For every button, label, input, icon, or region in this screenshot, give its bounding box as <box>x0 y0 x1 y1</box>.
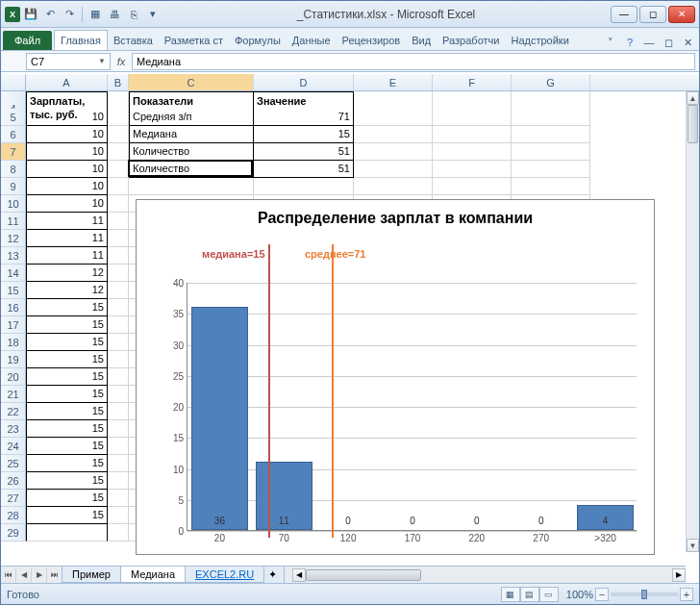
name-box-dropdown-icon[interactable]: ▼ <box>98 57 106 65</box>
qat-icon[interactable]: 🖶 <box>106 6 123 23</box>
view-pagebreak-button[interactable]: ▭ <box>539 587 559 602</box>
row-header[interactable]: 12 <box>1 230 26 247</box>
qat-icon[interactable]: ⎘ <box>125 6 142 23</box>
cell-F8[interactable] <box>433 161 512 178</box>
row-header[interactable]: 27 <box>1 490 26 507</box>
zoom-slider[interactable] <box>611 592 678 596</box>
cell-B20[interactable] <box>108 368 129 386</box>
cell-A9[interactable]: 10 <box>26 178 108 195</box>
window-minimize-icon[interactable]: — <box>641 35 657 50</box>
cell-C6[interactable]: Медиана <box>129 126 254 143</box>
cell-E5[interactable] <box>354 109 433 126</box>
cell-G6[interactable] <box>512 126 590 143</box>
zoom-out-button[interactable]: − <box>595 588 609 601</box>
tab-data[interactable]: Данные <box>287 31 337 50</box>
tab-view[interactable]: Вид <box>406 31 437 50</box>
help-icon[interactable]: ? <box>622 35 638 50</box>
close-button[interactable]: ✕ <box>668 6 695 23</box>
cell-B25[interactable] <box>108 455 129 472</box>
tab-formulas[interactable]: Формулы <box>229 31 287 50</box>
tab-developer[interactable]: Разработчи <box>437 31 505 50</box>
minimize-ribbon-icon[interactable]: ˅ <box>603 35 618 50</box>
select-all-corner[interactable] <box>1 74 26 90</box>
sheet-nav-first[interactable]: ⏮ <box>1 567 16 583</box>
horizontal-scrollbar[interactable]: ◀ ▶ <box>292 568 686 582</box>
tab-insert[interactable]: Вставка <box>108 31 159 50</box>
file-tab[interactable]: Файл <box>3 31 52 50</box>
sheet-tab-excel2ru[interactable]: EXCEL2.RU <box>185 567 264 583</box>
zoom-level[interactable]: 100% <box>566 589 593 600</box>
cell-B21[interactable] <box>108 386 129 403</box>
tab-home[interactable]: Главная <box>54 30 108 50</box>
row-header[interactable]: 9 <box>1 178 26 195</box>
col-header-a[interactable]: A <box>26 74 108 90</box>
zoom-in-button[interactable]: + <box>680 588 693 601</box>
cell-C9[interactable] <box>129 178 254 195</box>
cell-A21[interactable]: 15 <box>26 386 108 403</box>
maximize-button[interactable]: ◻ <box>639 6 666 23</box>
cell-B10[interactable] <box>108 195 129 213</box>
row-header[interactable]: 8 <box>1 161 26 178</box>
cell-B28[interactable] <box>108 507 129 524</box>
sheet-nav-last[interactable]: ⏭ <box>47 567 62 583</box>
cell-F7[interactable] <box>433 143 512 161</box>
cell-B13[interactable] <box>108 247 129 265</box>
row-header[interactable]: 15 <box>1 282 26 299</box>
scroll-right-button[interactable]: ▶ <box>672 568 686 582</box>
cell-G7[interactable] <box>512 143 590 161</box>
cell-E7[interactable] <box>354 143 433 161</box>
sheet-tab-mediana[interactable]: Медиана <box>120 567 186 583</box>
cell-C7[interactable]: Количество <box>129 143 254 161</box>
scroll-thumb-horizontal[interactable] <box>306 569 421 581</box>
cell-A23[interactable]: 15 <box>26 420 108 438</box>
cell-B27[interactable] <box>108 490 129 507</box>
cell-A25[interactable]: 15 <box>26 455 108 472</box>
cell-A12[interactable]: 11 <box>26 230 108 247</box>
cell-F5[interactable] <box>433 109 512 126</box>
cell-A10[interactable]: 10 <box>26 195 108 213</box>
cell-C5[interactable]: Средняя з/п <box>129 109 254 126</box>
cell-F9[interactable] <box>433 178 512 195</box>
window-restore-icon[interactable]: ◻ <box>661 35 676 50</box>
cell-B23[interactable] <box>108 420 129 438</box>
cell-A27[interactable]: 15 <box>26 490 108 507</box>
cell-A13[interactable]: 11 <box>26 247 108 265</box>
cell-B19[interactable] <box>108 351 129 368</box>
zoom-slider-thumb[interactable] <box>641 590 647 599</box>
cell-A5[interactable]: 10 <box>26 109 108 126</box>
cell-A28[interactable]: 15 <box>26 507 108 524</box>
scroll-thumb-vertical[interactable] <box>688 105 698 143</box>
cell-A22[interactable]: 15 <box>26 403 108 420</box>
formula-input[interactable]: Медиана <box>132 53 695 70</box>
cell-B18[interactable] <box>108 334 129 351</box>
row-header[interactable]: 26 <box>1 472 26 490</box>
cell-A20[interactable]: 15 <box>26 368 108 386</box>
tab-review[interactable]: Рецензиров <box>337 31 407 50</box>
row-header[interactable]: 18 <box>1 334 26 351</box>
row-header[interactable]: 6 <box>1 126 26 143</box>
cell-B14[interactable] <box>108 265 129 282</box>
cell-B5[interactable] <box>108 109 129 126</box>
cell-D7[interactable]: 51 <box>254 143 354 161</box>
cell-A24[interactable]: 15 <box>26 438 108 455</box>
cell-C8[interactable]: Количество <box>129 161 254 178</box>
redo-icon[interactable]: ↷ <box>61 6 78 23</box>
col-header-e[interactable]: E <box>354 74 433 90</box>
sheet-tab-new[interactable]: ✦ <box>263 567 285 584</box>
cell-B24[interactable] <box>108 438 129 455</box>
col-header-d[interactable]: D <box>254 74 354 90</box>
cell-A6[interactable]: 10 <box>26 126 108 143</box>
cell-A11[interactable]: 11 <box>26 213 108 230</box>
row-header[interactable]: 20 <box>1 368 26 386</box>
cell-B22[interactable] <box>108 403 129 420</box>
row-header[interactable]: 24 <box>1 438 26 455</box>
col-header-f[interactable]: F <box>433 74 512 90</box>
cell-D6[interactable]: 15 <box>254 126 354 143</box>
cell-B8[interactable] <box>108 161 129 178</box>
cell-D8[interactable]: 51 <box>254 161 354 178</box>
col-header-g[interactable]: G <box>512 74 590 90</box>
row-header[interactable]: 22 <box>1 403 26 420</box>
row-header[interactable]: 7 <box>1 143 26 161</box>
undo-icon[interactable]: ↶ <box>41 6 59 23</box>
cell-A8[interactable]: 10 <box>26 161 108 178</box>
